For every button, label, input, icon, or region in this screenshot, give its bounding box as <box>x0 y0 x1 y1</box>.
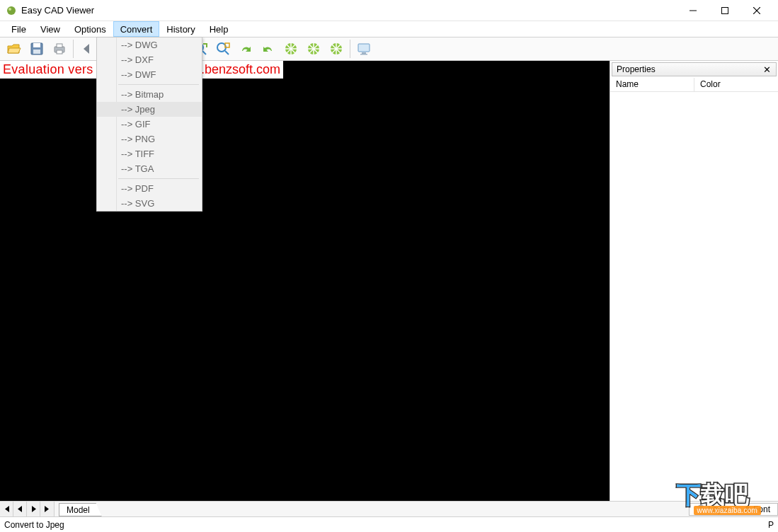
menu-options[interactable]: Options <box>67 21 113 37</box>
properties-body <box>610 92 778 501</box>
properties-columns: Name Color <box>610 78 778 92</box>
print-button[interactable] <box>49 38 70 59</box>
svg-point-0 <box>7 6 16 15</box>
nav-back-button[interactable] <box>76 38 98 59</box>
menu-help[interactable]: Help <box>202 21 236 37</box>
menu-history[interactable]: History <box>159 21 202 37</box>
menu-file[interactable]: File <box>4 21 33 37</box>
status-text: Convert to Jpeg <box>4 520 64 530</box>
zoom-region-button[interactable] <box>212 38 234 59</box>
sheet-next-button[interactable] <box>27 502 40 516</box>
window-controls <box>677 0 772 21</box>
svg-line-13 <box>202 51 206 54</box>
svg-rect-8 <box>33 50 40 54</box>
menubar: File View Options Convert History Help <box>0 21 778 37</box>
svg-point-1 <box>8 8 11 11</box>
convert-to-jpeg[interactable]: --> Jpeg <box>97 102 202 117</box>
convert-to-tga[interactable]: --> TGA <box>97 161 202 176</box>
app-icon <box>6 5 17 16</box>
open-button[interactable] <box>4 38 25 59</box>
convert-to-gif[interactable]: --> GIF <box>97 117 202 132</box>
sheet-last-button[interactable] <box>40 502 54 516</box>
gear-1-button[interactable] <box>280 38 302 59</box>
sheet-first-button[interactable] <box>0 502 13 516</box>
menu-convert[interactable]: Convert <box>113 21 160 37</box>
svg-rect-11 <box>57 50 62 54</box>
svg-rect-34 <box>360 54 367 55</box>
sheet-tabs: Model <box>55 502 102 516</box>
evaluation-banner-right: .benzsoft.com <box>198 61 283 79</box>
status-right: P <box>768 520 774 530</box>
convert-to-png[interactable]: --> PNG <box>97 132 202 146</box>
svg-rect-7 <box>33 43 40 47</box>
tab-font[interactable]: A Font <box>736 503 778 516</box>
convert-to-dxf[interactable]: --> DXF <box>97 52 202 67</box>
tab-layer[interactable]: Layer <box>689 503 737 516</box>
app-title: Easy CAD Viewer <box>21 5 94 16</box>
tab-model[interactable]: Model <box>59 503 102 516</box>
convert-to-tiff[interactable]: --> TIFF <box>97 146 202 161</box>
redo-button[interactable] <box>235 38 256 59</box>
tab-strip: Model Layer A Font <box>0 501 778 516</box>
prop-col-name[interactable]: Name <box>610 78 694 91</box>
convert-to-dwg[interactable]: --> DWG <box>97 37 202 52</box>
font-a-icon: A <box>744 504 750 514</box>
sheet-prev-button[interactable] <box>13 502 27 516</box>
properties-panel: Properties ✕ Name Color <box>610 61 778 501</box>
svg-point-14 <box>217 43 226 52</box>
device-button[interactable] <box>353 38 374 59</box>
maximize-button[interactable] <box>709 0 740 21</box>
svg-rect-3 <box>721 7 728 13</box>
layers-icon <box>697 504 705 514</box>
convert-to-pdf[interactable]: --> PDF <box>97 181 202 196</box>
prop-col-color[interactable]: Color <box>694 78 778 91</box>
convert-to-dwf[interactable]: --> DWF <box>97 67 202 82</box>
properties-title: Properties <box>617 64 762 74</box>
evaluation-banner-left: Evaluation vers <box>0 61 96 79</box>
titlebar: Easy CAD Viewer <box>0 0 778 21</box>
convert-to-svg[interactable]: --> SVG <box>97 196 202 211</box>
minimize-button[interactable] <box>677 0 709 21</box>
convert-to-bitmap[interactable]: --> Bitmap <box>97 87 202 102</box>
undo-button[interactable] <box>258 38 279 59</box>
properties-close-button[interactable]: ✕ <box>762 64 772 75</box>
gear-3-button[interactable] <box>326 38 347 59</box>
svg-rect-33 <box>362 52 366 54</box>
side-tabs: Layer A Font <box>690 502 778 516</box>
save-button[interactable] <box>26 38 47 59</box>
gear-2-button[interactable] <box>303 38 324 59</box>
drawing-canvas[interactable]: Evaluation vers .benzsoft.com <box>0 61 610 501</box>
svg-rect-10 <box>57 44 62 47</box>
svg-rect-32 <box>358 44 370 52</box>
convert-dropdown: --> DWG --> DXF --> DWF --> Bitmap --> J… <box>96 37 202 212</box>
properties-header: Properties ✕ <box>612 62 777 76</box>
status-bar: Convert to Jpeg P <box>0 516 778 532</box>
menu-view[interactable]: View <box>33 21 67 37</box>
svg-line-15 <box>225 51 229 54</box>
sheet-nav <box>0 502 55 516</box>
close-button[interactable] <box>740 0 772 21</box>
